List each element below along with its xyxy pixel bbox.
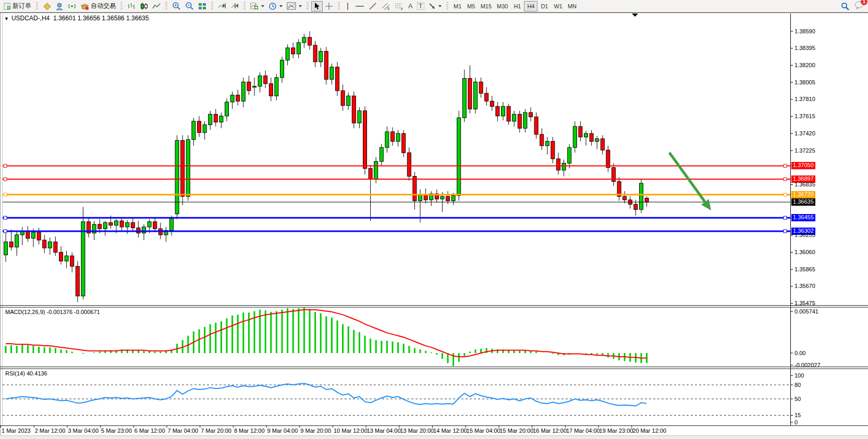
auto-trading-button[interactable]: 自动交易 <box>78 1 118 11</box>
channel-icon: E <box>381 2 390 10</box>
scroll-group <box>214 0 242 12</box>
auto-trading-label: 自动交易 <box>91 2 116 10</box>
chart-canvas[interactable] <box>0 0 868 439</box>
signal-button[interactable] <box>66 1 78 11</box>
toolbar-grip <box>211 2 213 10</box>
dropdown-arrow-icon <box>279 5 283 7</box>
zoom-in-button[interactable] <box>170 1 183 11</box>
timeframe-m1-button[interactable]: M1 <box>451 1 464 11</box>
bar-chart-button[interactable] <box>125 1 138 11</box>
timeframe-h4-button[interactable]: H4 <box>524 1 537 11</box>
toolbar-grip <box>338 2 340 10</box>
line-anchor[interactable] <box>784 230 787 233</box>
zoom-group <box>168 0 210 12</box>
toolbar-right: 1 <box>841 1 868 11</box>
text-button[interactable]: A <box>406 1 415 11</box>
auto-scroll-button[interactable] <box>216 1 228 11</box>
new-order-icon <box>4 3 11 10</box>
line-chart-icon <box>152 2 161 10</box>
insert-group <box>247 0 305 12</box>
assistant-button[interactable] <box>53 1 66 11</box>
line-anchor[interactable] <box>4 193 7 196</box>
notification-badge: 1 <box>861 0 867 5</box>
chart-shift-marker-icon[interactable] <box>632 14 638 17</box>
line-anchor[interactable] <box>784 193 787 196</box>
timeframe-mn-button[interactable]: MN <box>565 1 579 11</box>
cursor-icon <box>313 2 321 10</box>
dropdown-arrow-icon <box>261 5 264 7</box>
line-anchor[interactable] <box>784 164 787 167</box>
order-group: 新订单 <box>0 0 35 12</box>
chart-shift-button[interactable] <box>228 1 241 11</box>
search-icon[interactable] <box>841 2 849 10</box>
timeframe-m30-button[interactable]: M30 <box>494 1 510 11</box>
drawing-group: E F A T <box>341 0 445 12</box>
zoom-in-icon <box>172 2 181 10</box>
periods-button[interactable] <box>266 1 285 11</box>
indicators-icon <box>250 2 259 10</box>
chat-button[interactable]: 1 <box>854 1 864 11</box>
line-anchor[interactable] <box>4 164 7 167</box>
horizontal-line-button[interactable] <box>353 1 366 11</box>
dropdown-arrow-icon <box>438 5 442 7</box>
indicators-button[interactable] <box>248 1 266 11</box>
chart-shift-icon <box>230 2 239 10</box>
crosshair-icon <box>325 2 333 10</box>
chart-type-group <box>124 0 164 12</box>
tile-windows-button[interactable] <box>196 1 209 11</box>
vertical-line-icon <box>345 2 351 10</box>
timeframe-m15-button[interactable]: M15 <box>478 1 494 11</box>
candlestick-icon <box>140 2 148 10</box>
crosshair-button[interactable] <box>323 1 335 11</box>
line-chart-button[interactable] <box>150 1 163 11</box>
auto-trading-icon <box>80 2 89 10</box>
tile-windows-icon <box>198 2 206 10</box>
line-anchor[interactable] <box>4 216 7 219</box>
text-t-icon: T <box>417 2 424 10</box>
ea-group: 自动交易 <box>39 0 119 12</box>
line-anchor[interactable] <box>784 178 787 181</box>
timeframe-w1-button[interactable]: W1 <box>551 1 565 11</box>
line-anchor[interactable] <box>784 216 787 219</box>
horizontal-line-icon <box>355 3 364 10</box>
svg-text:F: F <box>401 7 403 10</box>
vertical-line-button[interactable] <box>343 1 353 11</box>
toolbar-grip <box>36 2 38 10</box>
arrows-tool-icon <box>429 3 436 10</box>
text-label-button[interactable]: T <box>415 1 426 11</box>
clock-icon <box>268 2 277 10</box>
timeframe-h1-button[interactable]: H1 <box>510 1 524 11</box>
new-order-label: 新订单 <box>13 2 31 10</box>
timeframe-m5-button[interactable]: M5 <box>464 1 478 11</box>
main-toolbar: 新订单 自动交易 <box>0 0 868 12</box>
text-a-icon: A <box>408 3 413 9</box>
gold-diamond-button[interactable] <box>41 1 53 11</box>
auto-scroll-icon <box>218 2 226 10</box>
bar-chart-icon <box>127 2 136 10</box>
status-strip <box>0 435 868 439</box>
assistant-icon <box>55 2 64 10</box>
gold-diamond-icon <box>43 2 51 10</box>
zoom-out-icon <box>185 2 194 10</box>
cursor-group <box>310 0 337 12</box>
fibonacci-button[interactable]: F <box>393 1 406 11</box>
channel-button[interactable]: E <box>379 1 393 11</box>
trendline-icon <box>369 2 377 10</box>
fibonacci-icon: F <box>395 2 404 10</box>
new-order-button[interactable]: 新订单 <box>2 1 33 11</box>
candlestick-button[interactable] <box>138 1 150 11</box>
toolbar-grip <box>446 2 448 10</box>
trendline-button[interactable] <box>366 1 379 11</box>
timeframe-d1-button[interactable]: D1 <box>537 1 551 11</box>
cursor-button[interactable] <box>311 1 323 11</box>
rsi-line <box>6 383 647 406</box>
toolbar-grip <box>243 2 246 10</box>
arrows-tool-button[interactable] <box>426 1 444 11</box>
templates-button[interactable] <box>285 1 304 11</box>
line-anchor[interactable] <box>4 230 7 233</box>
svg-text:E: E <box>387 7 390 10</box>
line-anchor[interactable] <box>4 178 7 181</box>
dropdown-arrow-icon <box>299 5 302 7</box>
toolbar-grip <box>165 2 167 10</box>
zoom-out-button[interactable] <box>183 1 196 11</box>
